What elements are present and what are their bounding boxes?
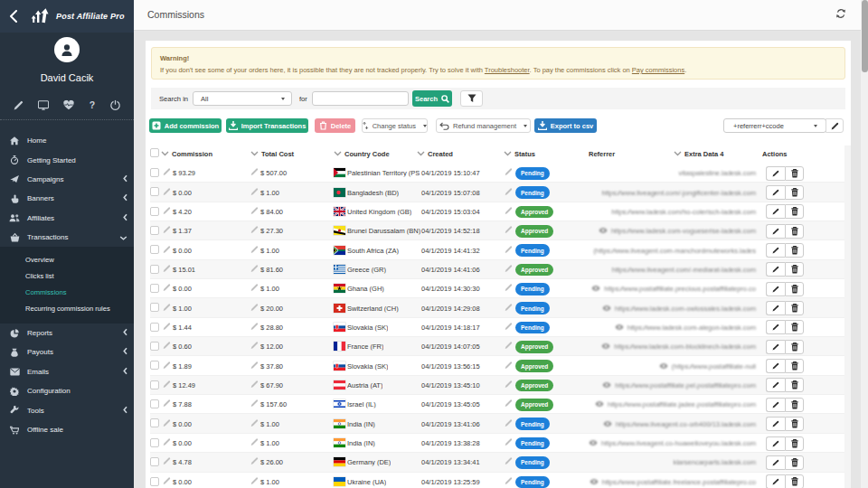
svg-text:?: ?: [90, 100, 95, 110]
